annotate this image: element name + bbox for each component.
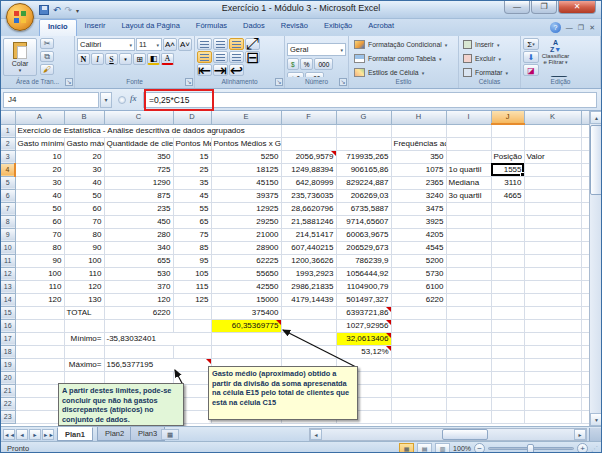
cell-G10[interactable]: 206529,673 [336,241,391,254]
format-painter-icon[interactable]: 🖌 [40,64,54,75]
format-cells-button[interactable]: Formatar▾ [461,66,518,77]
cell-C15[interactable]: 6220 [104,306,173,319]
cell-A11[interactable]: 90 [15,254,64,267]
comma-style-button[interactable]: 000 [314,58,333,70]
align-top-icon[interactable] [197,38,212,50]
cell-H9[interactable]: 4205 [391,228,446,241]
column-header-A[interactable]: A [15,111,64,124]
cell-J2[interactable] [491,137,524,150]
column-header-K[interactable]: K [524,111,581,124]
cell-K20[interactable] [524,371,581,384]
cell-J11[interactable] [491,254,524,267]
cell-F16[interactable] [281,319,336,332]
cell-A19[interactable] [15,358,64,371]
cell-B16[interactable] [64,319,104,332]
cell-A15[interactable] [15,306,64,319]
cell-B4[interactable]: 30 [64,163,104,176]
row-header-3[interactable]: 3 [1,150,15,163]
cell-H8[interactable]: 3925 [391,215,446,228]
cell-A14[interactable]: 120 [15,293,64,306]
cell-F13[interactable]: 2986,21835 [281,280,336,293]
cell-J23[interactable] [491,410,524,423]
cell-A7[interactable]: 50 [15,202,64,215]
cell-E18[interactable] [211,345,281,358]
cell-H5[interactable]: 2365 [391,176,446,189]
cell-C19[interactable]: 156,5377195 [104,358,211,371]
paste-button[interactable]: Colar ▾ [3,38,37,76]
cell-K22[interactable] [524,397,581,410]
cell-B6[interactable]: 50 [64,189,104,202]
cell-H6[interactable]: 3240 [391,189,446,202]
cell-F12[interactable]: 1993,2923 [281,267,336,280]
cell-G4[interactable]: 906165,86 [336,163,391,176]
cell-C3[interactable]: 350 [104,150,173,163]
cell-F4[interactable]: 1249,88394 [281,163,336,176]
insert-function-icon[interactable]: fx [130,93,137,103]
cell-A16[interactable] [15,319,64,332]
cell-D11[interactable]: 95 [173,254,211,267]
font-color-icon[interactable]: A [161,53,174,65]
cell-B8[interactable]: 70 [64,215,104,228]
cell-E9[interactable]: 21000 [211,228,281,241]
row-header-10[interactable]: 10 [1,241,15,254]
cell-J5[interactable]: 3110 [491,176,524,189]
cell-I15[interactable] [446,306,491,319]
percent-style-button[interactable]: % [300,58,314,70]
cell-J4[interactable]: 1555 [491,163,524,176]
cell-K9[interactable] [524,228,581,241]
column-header-C[interactable]: C [104,111,173,124]
cell-J10[interactable] [491,241,524,254]
cell-J20[interactable] [491,371,524,384]
minimize-button[interactable]: — [504,1,530,14]
cell-C12[interactable]: 530 [104,267,173,280]
last-sheet-icon[interactable]: ►► [42,429,54,440]
tab-formulas[interactable]: Fórmulas [188,19,235,36]
decrease-indent-icon[interactable]: ⇤ [197,64,212,76]
cell-C14[interactable]: 120 [104,293,173,306]
cell-X13[interactable] [581,280,589,293]
font-size-select[interactable]: 11▾ [136,38,162,51]
font-name-select[interactable]: Calibri▾ [77,38,135,51]
cell-F7[interactable]: 28,6620796 [281,202,336,215]
cell-I13[interactable] [446,280,491,293]
cell-K21[interactable] [524,384,581,397]
cell-J14[interactable] [491,293,524,306]
decrease-font-icon[interactable]: A˅ [178,38,192,51]
column-header-E[interactable]: E [211,111,281,124]
row-header-19[interactable]: 19 [1,358,15,371]
cell-D4[interactable]: 25 [173,163,211,176]
tab-exibicao[interactable]: Exibição [316,19,360,36]
tab-acrobat[interactable]: Acrobat [360,19,402,36]
cell-D7[interactable]: 55 [173,202,211,215]
cell-H3[interactable]: 350 [391,150,446,163]
cell-X22[interactable] [581,397,589,410]
cell-B14[interactable]: 130 [64,293,104,306]
cell-K11[interactable] [524,254,581,267]
row-header-6[interactable]: 6 [1,189,15,202]
number-dialog-launcher[interactable]: ↘ [339,78,347,86]
cell-G8[interactable]: 9714,65607 [336,215,391,228]
row-header-18[interactable]: 18 [1,345,15,358]
cell-B9[interactable]: 80 [64,228,104,241]
cell-F3[interactable]: 2056,9579 [281,150,336,163]
cell-A23[interactable] [15,410,64,423]
merge-center-icon[interactable]: ⊟ [245,51,260,63]
conditional-formatting-button[interactable]: Formatação Condicional▾ [351,38,456,51]
cell-I18[interactable] [446,345,491,358]
cell-I7[interactable] [446,202,491,215]
cell-A17[interactable] [15,332,64,345]
accounting-format-icon[interactable]: $ [287,58,299,70]
cell-I4[interactable]: 1o quartil [446,163,491,176]
clipboard-dialog-launcher[interactable]: ↘ [65,78,73,86]
cell-J16[interactable] [491,319,524,332]
sheet-tab-plan1[interactable]: Plan1 [57,427,93,441]
cell-I20[interactable] [446,371,491,384]
cell-I8[interactable] [446,215,491,228]
cell-E10[interactable]: 28900 [211,241,281,254]
cell-A8[interactable]: 60 [15,215,64,228]
insert-sheet-icon[interactable]: ▦ [161,429,179,440]
cell-X7[interactable] [581,202,589,215]
cell-E17[interactable] [211,332,281,345]
cell-B2[interactable]: Gasto máximo(R$) [64,137,104,150]
column-header-F[interactable]: F [281,111,336,124]
